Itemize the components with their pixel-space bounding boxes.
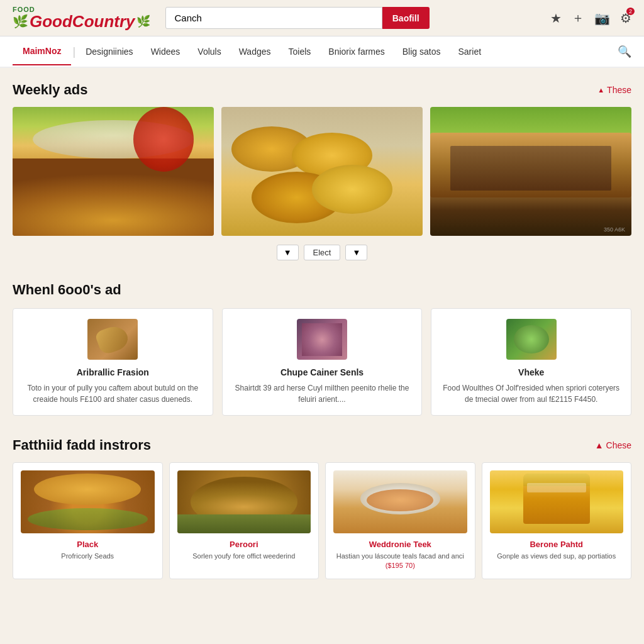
- header-icons: ★ ＋ 📷 ⚙2: [550, 9, 631, 26]
- whol-card-1-title: Aribrallic Frasion: [23, 367, 203, 377]
- whol-card-3-desc: Food Woulthes Of Jolf'resided when sprio…: [441, 382, 621, 405]
- weekly-ads-section: Weekly ads ▲ These: [0, 68, 644, 269]
- nav-item-blig[interactable]: Blig satos: [394, 38, 450, 65]
- logo-leaf-right: 🌿: [136, 16, 150, 27]
- featured-item-3-price: ($195 70): [386, 562, 415, 569]
- featured-item-1-desc: Profricorly Seads: [21, 552, 155, 561]
- whol-card-3: Vheke Food Woulthes Of Jolf'resided when…: [431, 308, 631, 416]
- featured-section: Fatthiid fadd instrors ▲ Chese Plack Pro…: [0, 425, 644, 592]
- weekly-ads-link[interactable]: ▲ These: [597, 85, 631, 95]
- logo: FOOD 🌿 GoodCountry 🌿: [13, 6, 150, 30]
- featured-item-3-desc: Hastian you láscoute teals facad and anc…: [333, 552, 467, 571]
- whol-section: Whenl 6oo0's ad Aribrallic Frasion Toto …: [0, 269, 644, 425]
- featured-item-1: Plack Profricorly Seads: [13, 462, 163, 579]
- nav-divider: |: [72, 45, 75, 58]
- whol-card-2-desc: Shairtdt 39 ard herse Cuyl milthen peeni…: [233, 382, 412, 405]
- weekly-ads-title: Weekly ads: [13, 82, 87, 98]
- featured-item-2: Peroori Sorlen youfy fore offict weederi…: [169, 462, 319, 579]
- nav-item-bniorix[interactable]: Bniorix farmes: [319, 38, 393, 65]
- featured-item-4-img: [490, 470, 624, 533]
- featured-item-3-name[interactable]: Weddronie Teek: [333, 540, 467, 549]
- weekly-ad-item-2[interactable]: [221, 107, 423, 236]
- featured-item-2-name[interactable]: Peroori: [177, 540, 311, 549]
- whol-card-1: Aribrallic Frasion Toto in your of pully…: [13, 308, 213, 416]
- logo-leaf-left: 🌿: [13, 15, 28, 28]
- featured-link-arrow: ▲: [595, 440, 604, 450]
- nav-item-widees[interactable]: Widees: [142, 38, 189, 65]
- featured-item-4: Berone Pahtd Gonple as views ded sup, ap…: [482, 462, 632, 579]
- whol-card-2-title: Chupe Cainer Senls: [233, 367, 412, 377]
- featured-item-2-desc: Sorlen youfy fore offict weederind: [177, 552, 311, 561]
- featured-item-1-img: [21, 470, 155, 533]
- pagination-prev[interactable]: ▼: [277, 245, 299, 260]
- pagination-next[interactable]: ▼: [345, 245, 367, 260]
- whol-card-1-img: [87, 319, 138, 360]
- featured-item-4-name[interactable]: Berone Pahtd: [490, 540, 624, 549]
- whol-cards-grid: Aribrallic Frasion Toto in your of pully…: [13, 308, 631, 416]
- featured-section-link[interactable]: ▲ Chese: [595, 440, 631, 450]
- search-bar: Baofill: [165, 7, 430, 29]
- star-icon[interactable]: ★: [550, 11, 562, 26]
- featured-item-3-img: [333, 470, 467, 533]
- weekly-ads-link-arrow: ▲: [597, 86, 604, 94]
- notif-badge: 2: [626, 8, 635, 15]
- logo-main-text: GoodCountry: [30, 13, 135, 30]
- camera-icon[interactable]: 📷: [594, 11, 610, 26]
- whol-card-2: Chupe Cainer Senls Shairtdt 39 ard herse…: [222, 308, 423, 416]
- weekly-ads-header: Weekly ads ▲ These: [13, 82, 631, 98]
- search-input[interactable]: [165, 7, 382, 29]
- whol-card-1-desc: Toto in your of pully you caftem about b…: [23, 382, 203, 405]
- featured-section-header: Fatthiid fadd instrors ▲ Chese: [13, 437, 631, 453]
- nav-item-wadges[interactable]: Wadges: [230, 38, 280, 65]
- plus-icon[interactable]: ＋: [572, 9, 584, 26]
- nav-item-toiels[interactable]: Toiels: [280, 38, 320, 65]
- nav-item-mainmenu[interactable]: MaimNoz: [13, 38, 71, 65]
- pagination: ▼ Elect ▼: [13, 245, 631, 260]
- featured-item-1-name[interactable]: Plack: [21, 540, 155, 549]
- weekly-ad-item-3[interactable]: 350 A6K: [430, 107, 631, 236]
- whol-card-2-img: [297, 319, 347, 360]
- featured-items-grid: Plack Profricorly Seads Peroori Sorlen y…: [13, 462, 631, 579]
- settings-icon[interactable]: ⚙2: [620, 11, 631, 26]
- nav-item-sariet[interactable]: Sariet: [449, 38, 490, 65]
- header: FOOD 🌿 GoodCountry 🌿 Baofill ★ ＋ 📷 ⚙2: [0, 0, 644, 36]
- nav: MaimNoz | Designiinies Widees Voluls Wad…: [0, 36, 644, 68]
- featured-item-2-img: [177, 470, 311, 533]
- whol-section-title: Whenl 6oo0's ad: [13, 282, 631, 298]
- pagination-label: Elect: [304, 245, 341, 260]
- nav-item-voluls[interactable]: Voluls: [189, 38, 230, 65]
- whol-card-3-title: Vheke: [441, 367, 621, 377]
- weekly-ad-item-1[interactable]: [13, 107, 214, 236]
- search-button[interactable]: Baofill: [382, 7, 430, 29]
- featured-section-title: Fatthiid fadd instrors: [13, 437, 151, 453]
- nav-item-designiinies[interactable]: Designiinies: [77, 38, 142, 65]
- featured-item-4-desc: Gonple as views ded sup, ap portiatios: [490, 552, 624, 561]
- weekly-ads-grid: 350 A6K: [13, 107, 631, 236]
- nav-search-icon[interactable]: 🔍: [618, 36, 631, 67]
- featured-item-3: Weddronie Teek Hastian you láscoute teal…: [325, 462, 475, 579]
- whol-card-3-img: [506, 319, 557, 360]
